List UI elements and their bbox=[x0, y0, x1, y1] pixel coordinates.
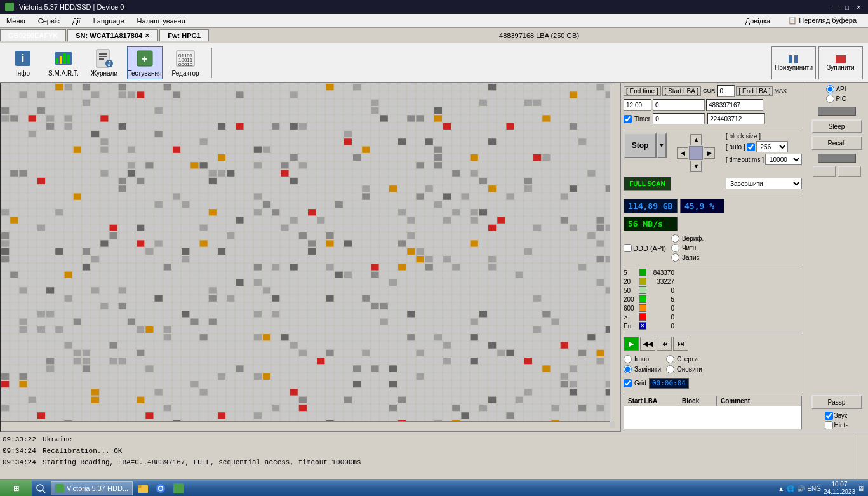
refresh-radio[interactable] bbox=[666, 365, 674, 373]
stat-20-color bbox=[639, 278, 646, 285]
tab-drive[interactable]: GB0250EAFYK bbox=[0, 29, 66, 41]
ignore-radio[interactable] bbox=[624, 355, 632, 363]
write-radio[interactable] bbox=[671, 253, 679, 262]
tray-notification[interactable]: 🖥 bbox=[858, 485, 864, 492]
svg-rect-19 bbox=[789, 55, 792, 63]
start-button[interactable]: ⊞ bbox=[0, 480, 32, 496]
menu-buffer[interactable]: 📋 Перегляд буфера bbox=[782, 15, 863, 26]
nav-center-button[interactable] bbox=[689, 146, 703, 160]
taskbar-victoria-app[interactable]: Victoria 5.37 HDD... bbox=[51, 481, 133, 495]
stat-600-color bbox=[639, 304, 646, 312]
stats-section: 5 843370 20 33227 50 0 200 5 600 bbox=[624, 269, 802, 330]
grid-area bbox=[0, 83, 620, 432]
status-scrollbar[interactable] bbox=[858, 432, 868, 479]
pause-button[interactable]: Призупинити bbox=[771, 46, 816, 79]
end-lba-input[interactable] bbox=[706, 99, 763, 111]
nav-down-button[interactable]: ▼ bbox=[690, 161, 702, 172]
playback-row: ▶ ◀◀ ⏮ ⏭ bbox=[624, 337, 802, 351]
speed-display: 56 MB/s bbox=[624, 217, 678, 231]
close-button[interactable]: ✕ bbox=[854, 3, 863, 11]
block-size-select[interactable]: 256512128 bbox=[756, 141, 788, 152]
full-scan-button[interactable]: FULL SCAN bbox=[624, 177, 671, 191]
pio-radio[interactable] bbox=[826, 95, 834, 103]
taskbar-clock[interactable]: 10:07 24.11.2023 bbox=[824, 481, 855, 496]
main-layout: [ End time ] [ Start LBA ] CUR [ End LBA… bbox=[0, 83, 868, 432]
stop-label: Stop bbox=[632, 141, 649, 150]
status-time-3: 09:34:24 bbox=[3, 457, 37, 468]
sound-checkbox[interactable] bbox=[825, 412, 833, 420]
timer-input[interactable] bbox=[653, 113, 705, 124]
stat-20-label: 20 bbox=[624, 278, 636, 285]
toolbar-btn-testing[interactable]: + Тестування bbox=[127, 46, 163, 79]
toolbar-btn-smart[interactable]: S.M.A.R.T. bbox=[46, 46, 81, 79]
complete-select[interactable]: Завершити bbox=[726, 178, 802, 189]
cur-input[interactable] bbox=[717, 85, 735, 97]
status-line-2: 09:34:24 Recalibration... OK bbox=[3, 445, 865, 457]
menu-help[interactable]: Довідка bbox=[739, 16, 777, 26]
sleep-button[interactable]: Sleep bbox=[811, 119, 862, 133]
title-bar-left: Victoria 5.37 HDD/SSD | Device 0 bbox=[5, 3, 124, 11]
skip-fwd-button[interactable]: ⏭ bbox=[673, 337, 688, 351]
skip-back-button[interactable]: ⏮ bbox=[657, 337, 672, 351]
bad-options: Ігнор Замінити Стерти Оновити bbox=[624, 355, 802, 373]
ddd-checkbox[interactable] bbox=[624, 244, 632, 252]
stop-all-button[interactable]: Зупинити bbox=[818, 46, 863, 79]
timeout-select[interactable]: 10000500020000 bbox=[765, 154, 802, 165]
taskbar-search-icon[interactable] bbox=[32, 480, 50, 496]
tray-arrow[interactable]: ▲ bbox=[778, 485, 784, 492]
read-radio[interactable] bbox=[671, 244, 679, 252]
erase-radio[interactable] bbox=[666, 355, 674, 363]
replace-row: Замінити bbox=[624, 365, 661, 373]
grid-scrollbar-horizontal[interactable] bbox=[1, 421, 610, 431]
toolbar-btn-info[interactable]: i Інфо bbox=[5, 46, 41, 79]
back-button[interactable]: ◀◀ bbox=[640, 337, 655, 351]
taskbar-chrome-icon[interactable] bbox=[152, 480, 170, 496]
tab-close-icon[interactable]: ✕ bbox=[145, 32, 150, 39]
taskbar-explorer-icon[interactable] bbox=[134, 480, 152, 496]
menu-menu[interactable]: Меню bbox=[0, 16, 32, 26]
recall-button[interactable]: Recall bbox=[811, 136, 862, 150]
menu-actions[interactable]: Дії bbox=[66, 16, 87, 26]
nav-up-button[interactable]: ▲ bbox=[690, 134, 702, 145]
timer-cur-input[interactable] bbox=[707, 113, 765, 124]
menu-language[interactable]: Language bbox=[87, 16, 131, 26]
nav-left-button[interactable]: ◀ bbox=[677, 147, 688, 159]
verif-radio[interactable] bbox=[671, 234, 679, 243]
timer-checkbox[interactable] bbox=[624, 115, 632, 123]
grid-scrollbar-vertical[interactable] bbox=[610, 83, 620, 421]
auto-checkbox[interactable] bbox=[747, 143, 755, 151]
tab-drive-label: GB0250EAFYK bbox=[8, 32, 58, 39]
hints-checkbox[interactable] bbox=[825, 421, 833, 429]
start-lba-input[interactable] bbox=[653, 99, 705, 111]
small-btn-2[interactable] bbox=[838, 166, 861, 177]
taskbar-victoria-tray-icon[interactable] bbox=[170, 480, 187, 496]
passp-button[interactable]: Passp bbox=[811, 395, 862, 409]
separator5 bbox=[624, 392, 802, 392]
toolbar-btn-journal[interactable]: J Журнали bbox=[86, 46, 122, 79]
victoria-tray-icon bbox=[173, 483, 184, 493]
menu-settings[interactable]: Налаштування bbox=[131, 16, 192, 26]
toolbar: i Інфо S.M.A.R.T. J Журнали + Тес bbox=[0, 43, 868, 83]
scan-grid-canvas bbox=[1, 83, 620, 431]
toolbar-btn-editor[interactable]: 01101 10011 00010 Редактор bbox=[168, 46, 203, 79]
stat-5-color bbox=[639, 269, 646, 276]
play-button[interactable]: ▶ bbox=[624, 337, 639, 351]
minimize-button[interactable]: — bbox=[831, 3, 840, 11]
nav-right-button[interactable]: ▶ bbox=[704, 147, 715, 159]
end-time-input[interactable] bbox=[624, 99, 651, 111]
stop-dropdown-button[interactable]: ▼ bbox=[657, 133, 667, 158]
api-radio[interactable] bbox=[826, 85, 834, 93]
stop-button[interactable]: Stop bbox=[624, 133, 657, 158]
small-btn-1[interactable] bbox=[813, 166, 836, 177]
replace-radio[interactable] bbox=[624, 365, 632, 373]
maximize-button[interactable]: □ bbox=[843, 3, 851, 11]
svg-text:00010: 00010 bbox=[178, 62, 193, 67]
speed-row: 56 MB/s bbox=[624, 217, 802, 231]
grid-checkbox[interactable] bbox=[624, 379, 632, 387]
menu-service[interactable]: Сервіс bbox=[32, 16, 66, 26]
auto-row: [ auto ] 256512128 bbox=[726, 141, 802, 152]
tab-fw[interactable]: Fw: HPG1 bbox=[159, 29, 209, 41]
tray-lang[interactable]: ENG bbox=[807, 485, 821, 492]
tray-sound[interactable]: 🔊 bbox=[797, 485, 805, 492]
tab-sn[interactable]: SN: WCAT1A817804 ✕ bbox=[67, 29, 158, 41]
